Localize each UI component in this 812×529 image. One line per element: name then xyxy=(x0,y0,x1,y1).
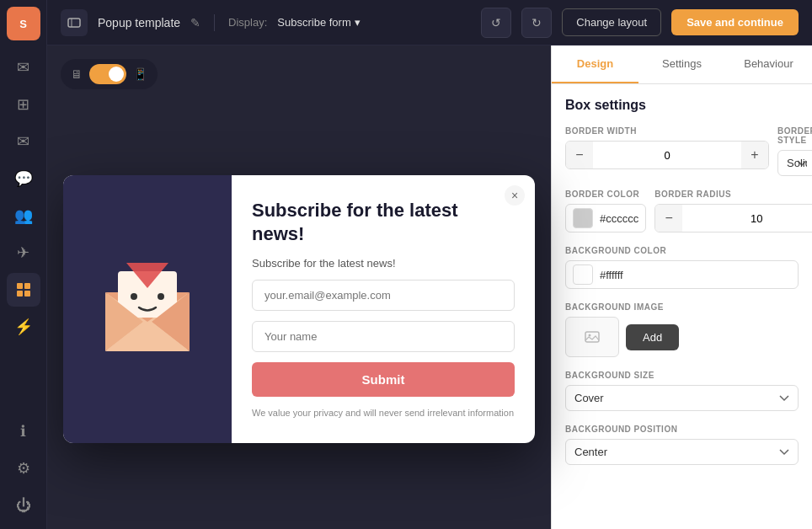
section-title: Box settings xyxy=(565,98,799,113)
view-toggle-bar: 🖥 📱 xyxy=(61,59,158,89)
bg-position-label: BACKGROUND POSITION xyxy=(565,425,799,434)
svg-rect-0 xyxy=(17,283,23,289)
bg-image-label: BACKGROUND IMAGE xyxy=(565,302,799,312)
sidebar-logo[interactable]: S xyxy=(7,7,40,40)
panel-content: Box settings BORDER WIDTH − + BORDER STY… xyxy=(552,84,812,529)
border-radius-label: BORDER RADIUS xyxy=(654,190,812,199)
border-width-input[interactable] xyxy=(593,146,741,165)
bg-color-label: BACKGROUND COLOR xyxy=(565,246,799,255)
sidebar-item-templates[interactable] xyxy=(7,273,40,307)
border-width-label: BORDER WIDTH xyxy=(565,126,769,136)
topbar-title: Popup template xyxy=(98,16,180,29)
main-area: Popup template ✎ Display: Subscribe form… xyxy=(47,0,812,529)
sidebar: S ✉ ⊞ ✉ 💬 👥 ✈ ⚡ ℹ ⚙ ⏻ xyxy=(0,0,47,529)
border-radius-input[interactable] xyxy=(682,209,812,228)
tab-settings[interactable]: Settings xyxy=(638,45,725,83)
submit-button[interactable]: Submit xyxy=(252,362,515,397)
chevron-down-icon: ▾ xyxy=(355,16,361,29)
svg-point-9 xyxy=(131,293,137,300)
bg-color-value: #ffffff xyxy=(600,269,791,281)
border-style-select[interactable]: Solid None Dashed Dotted xyxy=(777,150,812,176)
popup-preview-wrapper: × Subscribe for the latest news! Subscri… xyxy=(61,103,537,516)
popup-image-area xyxy=(63,175,232,444)
border-color-control[interactable]: #cccccc xyxy=(565,204,646,232)
display-label: Display: xyxy=(228,16,267,29)
svg-rect-2 xyxy=(17,291,23,297)
toggle-switch[interactable] xyxy=(89,64,126,84)
border-radius-control: − + xyxy=(654,204,812,232)
border-color-label: BORDER COLOR xyxy=(565,190,646,199)
bg-size-select[interactable]: Cover Contain Auto xyxy=(565,385,799,411)
svg-point-10 xyxy=(158,293,164,300)
svg-rect-4 xyxy=(68,19,80,27)
popup-close-button[interactable]: × xyxy=(505,185,525,206)
save-continue-button[interactable]: Save and continue xyxy=(671,9,799,35)
bg-add-button[interactable]: Add xyxy=(626,324,679,350)
svg-point-16 xyxy=(589,334,591,337)
svg-rect-3 xyxy=(24,291,30,297)
border-color-swatch[interactable] xyxy=(573,208,593,228)
panel-tabs: Design Settings Behaviour xyxy=(552,45,812,84)
border-color-value: #cccccc xyxy=(600,212,638,225)
svg-rect-1 xyxy=(24,283,30,289)
sidebar-item-chat[interactable]: 💬 xyxy=(7,162,40,195)
privacy-text: We value your privacy and will never sen… xyxy=(252,407,515,419)
sidebar-item-email[interactable]: ✉ xyxy=(7,125,40,158)
sidebar-item-logout[interactable]: ⏻ xyxy=(7,489,40,522)
redo-button[interactable]: ↻ xyxy=(521,8,552,38)
change-layout-button[interactable]: Change layout xyxy=(562,8,661,36)
popup-subtitle: Subscribe for the latest news! xyxy=(252,257,515,270)
sidebar-item-dashboard[interactable]: ⊞ xyxy=(7,88,40,121)
name-input[interactable] xyxy=(252,321,515,352)
bg-color-swatch[interactable] xyxy=(573,264,593,285)
border-width-control: − + xyxy=(565,141,769,169)
topbar: Popup template ✎ Display: Subscribe form… xyxy=(47,0,812,45)
bg-image-preview[interactable] xyxy=(565,317,619,357)
undo-button[interactable]: ↺ xyxy=(481,8,511,38)
display-select[interactable]: Subscribe form ▾ xyxy=(277,16,360,29)
desktop-icon[interactable]: 🖥 xyxy=(71,67,83,81)
mobile-icon[interactable]: 📱 xyxy=(133,67,147,81)
sidebar-item-send[interactable]: ✈ xyxy=(7,236,40,270)
sidebar-item-info[interactable]: ℹ xyxy=(7,414,40,448)
border-width-increment[interactable]: + xyxy=(741,142,768,168)
sidebar-item-messages[interactable]: ✉ xyxy=(7,51,40,84)
bg-size-label: BACKGROUND SIZE xyxy=(565,371,799,380)
bg-image-control: Add xyxy=(565,317,799,357)
tab-design[interactable]: Design xyxy=(552,45,638,83)
edit-icon[interactable]: ✎ xyxy=(190,16,200,29)
sidebar-item-automation[interactable]: ⚡ xyxy=(7,310,40,344)
sidebar-item-contacts[interactable]: 👥 xyxy=(7,199,40,232)
bg-position-select[interactable]: Center Top Bottom Left Right xyxy=(565,439,799,465)
bg-color-control[interactable]: #ffffff xyxy=(565,260,799,289)
tab-behaviour[interactable]: Behaviour xyxy=(725,45,812,83)
topbar-template-icon xyxy=(61,9,88,36)
popup-title: Subscribe for the latest news! xyxy=(252,199,515,247)
email-input[interactable] xyxy=(252,280,515,311)
border-style-label: BORDER STYLE xyxy=(777,126,812,145)
popup-box: × Subscribe for the latest news! Subscri… xyxy=(63,175,535,444)
sidebar-item-settings[interactable]: ⚙ xyxy=(7,452,40,485)
canvas-area: 🖥 📱 xyxy=(47,45,551,529)
popup-content: Subscribe for the latest news! Subscribe… xyxy=(232,175,535,444)
border-width-decrement[interactable]: − xyxy=(566,142,593,168)
border-radius-decrement[interactable]: − xyxy=(655,205,682,232)
topbar-divider xyxy=(214,14,215,31)
svg-rect-15 xyxy=(585,332,599,342)
right-panel: Design Settings Behaviour Box settings B… xyxy=(551,45,812,529)
